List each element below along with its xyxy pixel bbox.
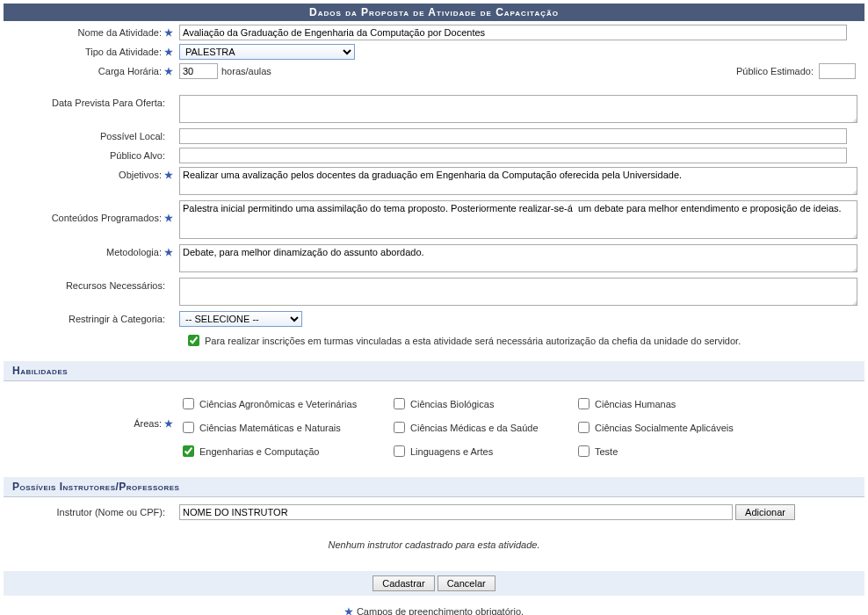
instrutores-empty-message: Nenhum instrutor cadastrado para esta at… [4, 524, 864, 566]
area-item: Linguagens e Artes [390, 443, 566, 459]
area-item: Ciências Agronômicas e Veterinárias [179, 395, 381, 412]
carga-horaria-unit: horas/aulas [218, 66, 271, 76]
adicionar-button[interactable]: Adicionar [735, 504, 795, 520]
footnote-obrigatorio: ★Campos de preenchimento obrigatório. [4, 596, 864, 615]
area-label: Ciências Matemáticas e Naturais [199, 423, 341, 433]
autorizacao-checkbox[interactable] [188, 335, 199, 346]
area-checkbox[interactable] [394, 398, 405, 409]
label-possivel-local: Possível Local: [4, 128, 179, 141]
cancelar-button[interactable]: Cancelar [438, 575, 495, 591]
cadastrar-button[interactable]: Cadastrar [373, 575, 434, 591]
area-item: Ciências Socialmente Aplicáveis [575, 419, 777, 436]
required-star-icon: ★ [344, 606, 357, 615]
metodologia-input[interactable] [179, 244, 857, 272]
required-star-icon: ★ [162, 418, 176, 429]
required-star-icon: ★ [162, 170, 176, 180]
required-star-icon: ★ [162, 27, 176, 38]
label-tipo-atividade: Tipo da Atividade:★ [4, 44, 179, 58]
area-item: Ciências Biológicas [390, 395, 566, 412]
area-checkbox[interactable] [578, 398, 590, 409]
tipo-atividade-select[interactable]: PALESTRA [179, 44, 355, 60]
label-publico-estimado: Público Estimado: [736, 66, 819, 76]
area-item: Ciências Humanas [575, 395, 777, 412]
required-star-icon: ★ [162, 66, 176, 76]
area-label: Ciências Humanas [595, 399, 676, 409]
section-header-habilidades: Habilidades [4, 361, 864, 381]
instrutor-input[interactable] [179, 504, 733, 520]
area-checkbox[interactable] [183, 398, 194, 409]
area-checkbox[interactable] [578, 445, 590, 457]
section-header-proposta: Dados da Proposta de Atividade de Capaci… [4, 4, 864, 21]
area-item: Teste [575, 443, 777, 459]
publico-estimado-input[interactable] [819, 63, 856, 79]
section-header-instrutores: Possíveis Instrutores/Professores [4, 477, 864, 497]
required-star-icon: ★ [162, 247, 176, 257]
publico-alvo-input[interactable] [179, 148, 847, 163]
label-publico-alvo: Público Alvo: [4, 148, 179, 161]
restringir-categoria-select[interactable]: -- SELECIONE -- [179, 311, 302, 327]
label-objetivos: Objetivos:★ [4, 167, 179, 181]
label-data-prevista: Data Prevista Para Oferta: [4, 95, 179, 108]
area-item: Engenharias e Computação [179, 443, 381, 459]
area-label: Ciências Biológicas [410, 399, 494, 409]
nome-atividade-input[interactable] [179, 25, 847, 40]
required-star-icon: ★ [162, 47, 176, 57]
conteudos-input[interactable] [179, 200, 857, 239]
area-checkbox[interactable] [183, 445, 194, 457]
label-nome-atividade: Nome da Atividade:★ [4, 25, 179, 39]
objetivos-input[interactable] [179, 167, 857, 195]
area-checkbox[interactable] [183, 422, 194, 433]
label-recursos: Recursos Necessários: [4, 278, 179, 291]
area-label: Ciências Agronômicas e Veterinárias [199, 399, 357, 409]
recursos-input[interactable] [179, 278, 857, 306]
area-checkbox[interactable] [394, 445, 405, 457]
label-carga-horaria: Carga Horária:★ [4, 63, 179, 77]
possivel-local-input[interactable] [179, 128, 847, 144]
label-instrutor: Instrutor (Nome ou CPF): [4, 504, 179, 517]
label-metodologia: Metodologia:★ [4, 244, 179, 258]
area-item: Ciências Matemáticas e Naturais [179, 419, 381, 436]
carga-horaria-input[interactable] [179, 63, 218, 79]
area-checkbox[interactable] [394, 422, 405, 433]
area-label: Engenharias e Computação [199, 446, 319, 457]
autorizacao-label: Para realizar inscrições em turmas vincu… [205, 336, 741, 346]
label-restringir: Restringir à Categoria: [4, 311, 179, 324]
area-label: Ciências Médicas e da Saúde [410, 423, 539, 433]
footer-actions: Cadastrar Cancelar [4, 571, 864, 596]
area-label: Ciências Socialmente Aplicáveis [595, 423, 734, 433]
label-conteudos: Conteúdos Programados:★ [4, 200, 179, 224]
area-label: Linguagens e Artes [410, 446, 493, 457]
label-areas: Áreas:★ [4, 392, 179, 430]
area-checkbox[interactable] [578, 422, 590, 433]
area-label: Teste [595, 446, 618, 457]
area-item: Ciências Médicas e da Saúde [390, 419, 566, 436]
required-star-icon: ★ [162, 213, 176, 223]
data-prevista-input[interactable] [179, 95, 857, 123]
